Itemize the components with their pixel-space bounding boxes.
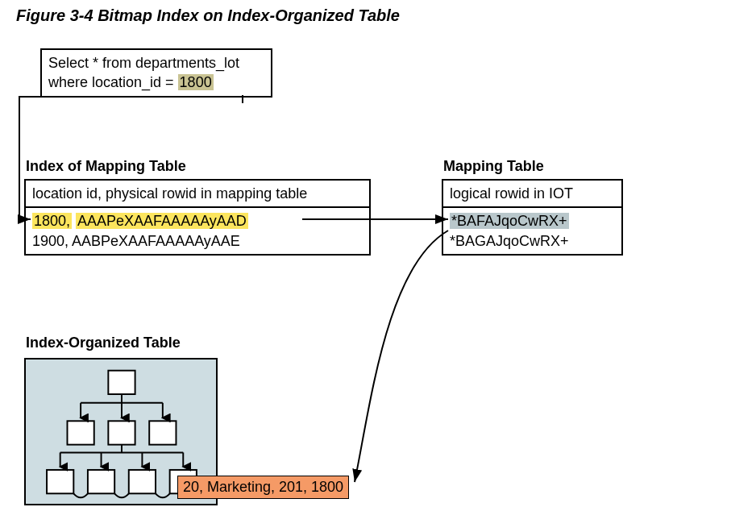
index-mapping-box: location id, physical rowid in mapping t… <box>24 179 371 256</box>
svg-rect-4 <box>47 470 73 493</box>
svg-rect-3 <box>149 421 176 444</box>
svg-rect-5 <box>88 470 114 493</box>
sql-line1: Select * from departments_lot <box>48 53 264 73</box>
index-mapping-subheading: location id, physical rowid in mapping t… <box>26 181 369 208</box>
idx-row1-rowid: AABPeXAAFAAAAAyAAE <box>72 233 240 249</box>
svg-rect-6 <box>129 470 156 493</box>
sql-query-box: Select * from departments_lot where loca… <box>40 48 272 98</box>
mapping-table-box: logical rowid in IOT *BAFAJqoCwRX+ *BAGA… <box>442 179 623 256</box>
sql-line2-prefix: where location_id = <box>48 74 178 90</box>
mapping-row-0: *BAFAJqoCwRX+ <box>450 211 615 231</box>
sql-line2: where location_id = 1800 <box>48 73 264 92</box>
map-row1: *BAGAJqoCwRX+ <box>450 233 569 249</box>
mapping-table-subheading: logical rowid in IOT <box>443 181 621 208</box>
svg-rect-2 <box>108 421 135 444</box>
figure-title: Figure 3-4 Bitmap Index on Index-Organiz… <box>16 6 400 25</box>
iot-heading: Index-Organized Table <box>26 335 181 351</box>
mapping-table-heading: Mapping Table <box>443 158 544 175</box>
map-row0-hl: *BAFAJqoCwRX+ <box>450 213 569 229</box>
sql-highlight-1800: 1800 <box>178 74 214 90</box>
idx-row0-rowid: AAAPeXAAFAAAAAyAAD <box>76 213 248 229</box>
svg-rect-0 <box>108 371 135 394</box>
index-row-0: 1800, AAAPeXAAFAAAAAyAAD <box>32 211 363 231</box>
iot-row-callout: 20, Marketing, 201, 1800 <box>177 476 349 499</box>
mapping-row-1: *BAGAJqoCwRX+ <box>450 231 615 251</box>
svg-rect-1 <box>67 421 93 444</box>
idx-row0-key: 1800, <box>32 213 72 229</box>
index-mapping-heading: Index of Mapping Table <box>26 158 186 175</box>
idx-row1-key: 1900, <box>32 233 69 249</box>
index-row-1: 1900, AABPeXAAFAAAAAyAAE <box>32 231 363 251</box>
